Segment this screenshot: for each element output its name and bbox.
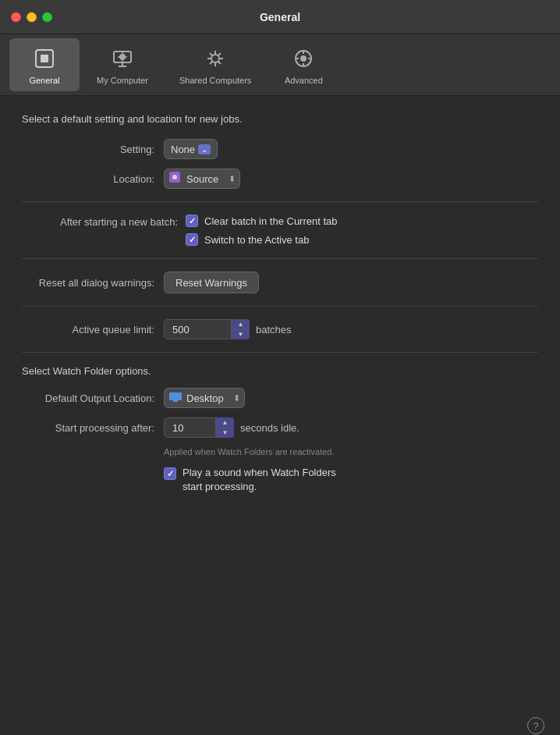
queue-stepper-arrows: ▲ ▼ bbox=[231, 319, 250, 339]
clear-batch-checkbox[interactable] bbox=[186, 215, 198, 227]
divider-1 bbox=[22, 201, 538, 202]
minimize-button[interactable] bbox=[27, 12, 37, 22]
switch-tab-checkbox[interactable] bbox=[186, 233, 198, 246]
titlebar: General bbox=[0, 0, 560, 34]
location-row: Location: Source ⬍ bbox=[22, 169, 538, 189]
start-processing-row: Start processing after: 10 ▲ ▼ seconds i… bbox=[22, 417, 538, 438]
start-stepper: 10 ▲ ▼ bbox=[164, 417, 234, 438]
switch-tab-label: Switch to the Active tab bbox=[204, 234, 309, 246]
tab-my-computer-label: My Computer bbox=[97, 76, 148, 85]
tab-shared-computers[interactable]: Shared Computers bbox=[165, 38, 265, 91]
help-button[interactable]: ? bbox=[527, 717, 544, 734]
clear-batch-label: Clear batch in the Current tab bbox=[204, 215, 338, 227]
start-stepper-arrows: ▲ ▼ bbox=[215, 417, 234, 438]
traffic-lights bbox=[11, 12, 52, 22]
svg-line-15 bbox=[210, 53, 213, 56]
reset-row: Reset all dialog warnings: Reset Warning… bbox=[22, 272, 538, 293]
setting-row: Setting: None ⌄ bbox=[22, 139, 538, 159]
batch-label: After starting a new batch: bbox=[22, 215, 178, 228]
reset-label: Reset all dialog warnings: bbox=[22, 277, 154, 289]
svg-line-16 bbox=[218, 62, 222, 65]
close-button[interactable] bbox=[11, 12, 21, 22]
maximize-button[interactable] bbox=[42, 12, 52, 22]
location-select-wrap: Source ⬍ bbox=[164, 169, 240, 189]
tab-general[interactable]: General bbox=[9, 38, 80, 91]
start-label: Start processing after: bbox=[22, 422, 154, 434]
output-select[interactable]: Desktop bbox=[164, 388, 245, 408]
start-decrement-button[interactable]: ▼ bbox=[216, 428, 234, 439]
section1-desc: Select a default setting and location fo… bbox=[22, 113, 538, 125]
tab-advanced-label: Advanced bbox=[285, 76, 323, 85]
output-location-row: Default Output Location: Desktop ⬍ bbox=[22, 388, 538, 408]
tab-general-label: General bbox=[29, 76, 59, 85]
watch-folder-section: Select Watch Folder options. Default Out… bbox=[22, 365, 538, 494]
setting-dropdown-arrow: ⌄ bbox=[198, 144, 211, 154]
main-content: Select a default setting and location fo… bbox=[0, 96, 560, 735]
watch-folder-title: Select Watch Folder options. bbox=[22, 365, 538, 377]
location-select[interactable]: Source bbox=[164, 169, 240, 189]
play-sound-checkbox[interactable] bbox=[164, 467, 176, 480]
applied-note: Applied when Watch Folders are reactivat… bbox=[164, 447, 538, 456]
queue-label: Active queue limit: bbox=[22, 324, 154, 336]
sound-label: Play a sound when Watch Folders start pr… bbox=[183, 466, 338, 494]
tab-my-computer[interactable]: My Computer bbox=[83, 38, 162, 91]
svg-line-18 bbox=[210, 62, 213, 65]
general-icon bbox=[30, 44, 58, 73]
queue-row: Active queue limit: 500 ▲ ▼ batches bbox=[22, 319, 538, 339]
output-select-wrap: Desktop ⬍ bbox=[164, 388, 245, 408]
checkbox-row-2: Switch to the Active tab bbox=[186, 233, 338, 246]
svg-line-17 bbox=[218, 53, 222, 56]
divider-4 bbox=[22, 352, 538, 353]
tab-shared-computers-label: Shared Computers bbox=[179, 76, 251, 85]
location-label: Location: bbox=[22, 173, 154, 185]
start-suffix: seconds idle. bbox=[240, 422, 299, 434]
queue-stepper: 500 ▲ ▼ bbox=[164, 319, 250, 339]
tab-advanced[interactable]: Advanced bbox=[268, 38, 338, 91]
setting-select[interactable]: None ⌄ bbox=[164, 139, 218, 159]
queue-suffix: batches bbox=[256, 324, 292, 336]
batch-section: After starting a new batch: Clear batch … bbox=[22, 215, 538, 246]
setting-label: Setting: bbox=[22, 144, 154, 155]
reset-warnings-button[interactable]: Reset Warnings bbox=[164, 272, 259, 293]
toolbar: General My Computer bbox=[0, 34, 560, 96]
queue-increment-button[interactable]: ▲ bbox=[232, 319, 250, 330]
start-increment-button[interactable]: ▲ bbox=[216, 417, 234, 428]
queue-decrement-button[interactable]: ▼ bbox=[232, 330, 250, 340]
svg-point-20 bbox=[300, 55, 307, 62]
sound-row: Play a sound when Watch Folders start pr… bbox=[164, 466, 538, 494]
checkbox-row-1: Clear batch in the Current tab bbox=[186, 215, 338, 227]
shared-computers-icon bbox=[201, 44, 229, 73]
svg-point-5 bbox=[119, 54, 126, 60]
advanced-icon bbox=[289, 44, 317, 73]
my-computer-icon bbox=[108, 44, 136, 73]
batch-checkboxes: Clear batch in the Current tab Switch to… bbox=[186, 215, 338, 246]
help-icon-wrap: ? bbox=[527, 717, 544, 734]
svg-rect-1 bbox=[41, 55, 48, 62]
setting-value: None bbox=[171, 144, 195, 155]
divider-2 bbox=[22, 258, 538, 259]
divider-3 bbox=[22, 306, 538, 307]
window-title: General bbox=[260, 11, 300, 23]
output-label: Default Output Location: bbox=[22, 392, 154, 404]
